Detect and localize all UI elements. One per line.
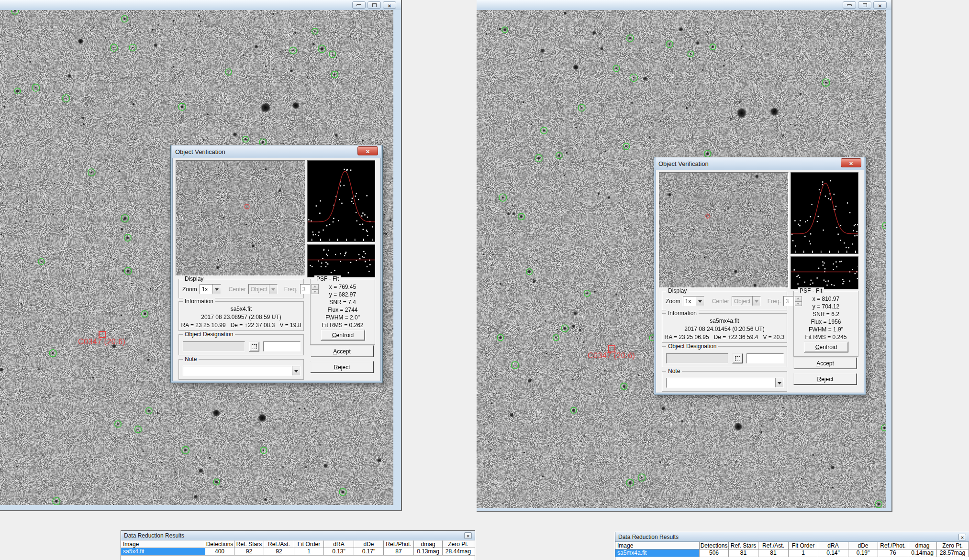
cell-dde: 0.19" [848,549,878,557]
cell-zero-pt: 28.57mag [937,549,969,557]
column-header[interactable]: Zero Pt. [937,542,969,549]
results-title: Data Reduction Results [618,534,679,540]
column-header[interactable]: Ref./Phot. [878,542,908,549]
psf-fit-plot [791,172,858,254]
restore-icon [863,3,867,7]
dotted-rect-icon [735,356,740,361]
zoom-label: Zoom [666,298,680,305]
cell-detections: 400 [205,548,234,555]
designation-display-field [183,341,245,351]
object-verification-dialog-right: Object Verification Display Zoom 1x Cent… [654,157,866,395]
dialog-close-button[interactable] [841,158,861,167]
chevron-down-icon[interactable] [292,366,300,375]
object-designation-legend: Object Designation [183,331,235,338]
accept-button[interactable]: Accept [793,357,857,369]
designation-browse-button[interactable] [732,353,743,363]
column-header[interactable]: Image [615,542,700,549]
psf-x: x = 769.45 [311,283,375,291]
column-header[interactable]: Fit Order [294,540,324,548]
object-preview[interactable] [659,172,789,288]
restore-button[interactable] [368,1,381,9]
observation-datetime: 2017 08 24.01454 (0:20:56 UT) [663,326,786,332]
close-button[interactable] [873,1,887,9]
column-header[interactable]: Image [121,540,205,548]
restore-icon [372,3,377,7]
zoom-value: 1x [683,296,696,306]
column-header[interactable]: dDe [848,542,878,549]
column-header[interactable]: dDe [354,540,384,548]
dialog-title: Object Verification [175,148,225,155]
reject-button[interactable]: Reject [310,361,374,373]
cell-ref-phot: 87 [384,548,414,555]
reject-button[interactable]: Reject [793,373,857,385]
object-designation-legend: Object Designation [666,343,718,350]
results-header-row: Image Detections Ref. Stars Ref./Ast. Fi… [121,540,475,548]
column-header[interactable]: dRA [324,540,354,548]
cell-dra: 0.14" [818,549,848,557]
psf-flux: Flux = 1956 [794,318,858,326]
dialog-titlebar[interactable]: Object Verification [172,145,381,158]
astrometry-values: RA = 23 25 06.95 De = +22 36 59.4 V = 20… [663,334,786,340]
column-header[interactable]: dmag [414,540,443,548]
column-header[interactable]: Ref. Stars [234,540,264,548]
close-icon [366,147,370,155]
information-legend: Information [183,298,215,305]
dotted-rect-icon [252,344,257,349]
close-icon [849,159,853,167]
column-header[interactable]: Ref./Ast. [758,542,789,549]
minimize-button[interactable] [843,1,856,9]
accept-button[interactable]: Accept [310,345,374,357]
information-group: Information sa5x4.fit 2017 08 23.08957 (… [178,301,304,331]
column-header[interactable]: dRA [818,542,848,549]
column-header[interactable]: Zero Pt. [443,540,474,548]
chevron-down-icon[interactable] [696,296,704,306]
close-button[interactable] [383,1,396,9]
column-header[interactable]: Ref. Stars [729,542,758,549]
restore-button[interactable] [858,1,871,9]
center-select: Object [248,284,278,294]
results-titlebar[interactable]: Data Reduction Results [615,532,969,542]
centroid-button[interactable]: Centroid [804,341,848,352]
psf-residual-plot [791,256,858,289]
centroid-button[interactable]: Centroid [321,329,365,340]
column-header[interactable]: Detections [205,540,234,548]
close-icon [961,534,964,540]
cell-image[interactable]: sa5x4.fit [121,548,205,555]
center-label: Center [712,298,729,305]
object-preview[interactable] [176,160,305,276]
note-select[interactable] [183,366,301,376]
zoom-select[interactable]: 1x [200,284,221,294]
table-row[interactable]: sa5x4.fit 400 92 92 1 0.13" 0.17" 87 0.1… [121,548,475,556]
note-select[interactable] [666,378,784,388]
window-titlebar[interactable] [0,0,401,10]
zoom-select[interactable]: 1x [683,296,704,306]
designation-input[interactable] [746,353,784,363]
window-titlebar[interactable] [477,0,891,10]
results-titlebar[interactable]: Data Reduction Results [121,531,475,540]
psf-fwhm: FWHM = 1.9" [794,326,858,333]
results-close-button[interactable] [464,532,472,539]
object-verification-dialog-left: Object Verification Display Zoom 1x Cent… [170,145,383,383]
psf-rms: Fit RMS = 0.262 [311,321,375,329]
chevron-down-icon[interactable] [775,378,783,387]
minimize-button[interactable] [352,1,366,9]
dialog-close-button[interactable] [357,146,378,155]
column-header[interactable]: Detections [700,542,729,549]
column-header[interactable]: Ref./Phot. [384,540,414,548]
column-header[interactable]: Ref./Ast. [264,540,294,548]
chevron-down-icon[interactable] [212,285,221,294]
observation-datetime: 2017 08 23.08957 (2:08:59 UT) [180,314,302,320]
cell-image[interactable]: sa5mx4a.fit [615,549,700,557]
column-header[interactable]: dmag [908,542,937,549]
results-close-button[interactable] [958,534,966,540]
dialog-titlebar[interactable]: Object Verification [656,157,864,170]
psf-rms: Fit RMS = 0.245 [794,333,858,341]
dialog-title: Object Verification [658,160,709,167]
designation-browse-button[interactable] [249,341,259,351]
display-group: Display Zoom 1x Center Object Freq. 3 [662,291,787,310]
table-row[interactable]: sa5mx4a.fit 506 81 81 1 0.14" 0.19" 76 0… [615,549,969,557]
column-header[interactable]: Fit Order [789,542,818,549]
cell-dmag: 0.13mag [414,548,443,555]
designation-input[interactable] [263,341,301,351]
psf-y: y = 704.12 [794,303,858,310]
